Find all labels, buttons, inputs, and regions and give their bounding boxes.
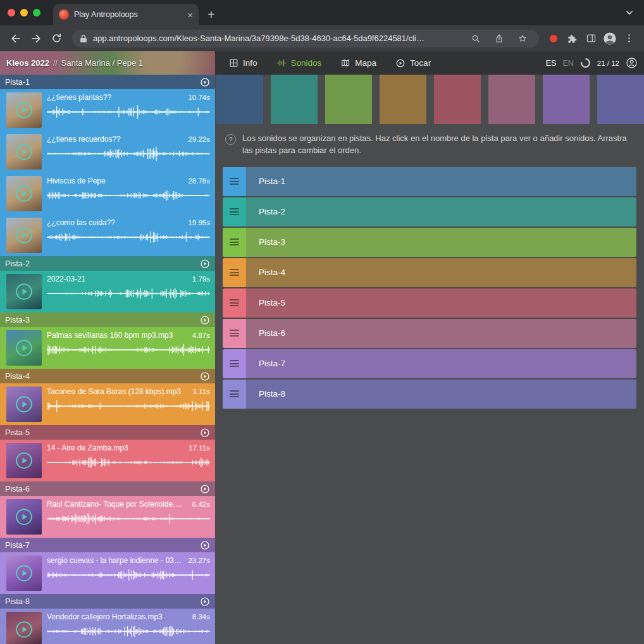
track-row[interactable]: Pista-3 [223, 228, 636, 257]
clip-waveform[interactable] [47, 511, 210, 527]
track-play-button[interactable] [200, 428, 210, 438]
clip-thumbnail[interactable] [6, 555, 42, 591]
track-row[interactable]: Pista-4 [223, 258, 636, 287]
language-es-button[interactable]: ES [546, 59, 557, 68]
track-play-button[interactable] [200, 315, 210, 325]
nav-tab-tocar[interactable]: Tocar [395, 58, 431, 68]
clip-play-icon[interactable] [15, 507, 34, 526]
forward-button[interactable] [27, 29, 46, 48]
audio-clip[interactable]: Taconeo de Sara Baras (128 kbps).mp3 1.1… [0, 383, 215, 425]
clip-play-icon[interactable] [15, 338, 34, 357]
recording-extension-icon[interactable] [550, 35, 557, 42]
audio-clip[interactable]: ¿¿tienes recuerdos?? 29.22s [0, 131, 215, 173]
row-drag-handle[interactable] [223, 288, 246, 318]
audio-clip[interactable]: sergio cuevas - la harpe indienne - 03 -… [0, 552, 215, 594]
clip-waveform[interactable] [47, 623, 210, 640]
track-header[interactable]: Pista-5 [0, 425, 215, 440]
clip-thumbnail[interactable] [6, 92, 42, 128]
clip-thumbnail[interactable] [6, 387, 42, 422]
track-play-button[interactable] [200, 77, 210, 87]
row-body[interactable]: Pista-2 [246, 197, 636, 226]
track-swatch[interactable] [271, 75, 318, 124]
track-row[interactable]: Pista-6 [223, 319, 636, 348]
track-swatch[interactable] [216, 75, 263, 124]
audio-clip[interactable]: Raul Cantizano- Toque por Solenoide.mp3 … [0, 496, 215, 538]
row-drag-handle[interactable] [223, 319, 246, 348]
row-body[interactable]: Pista-4 [246, 258, 636, 287]
clip-waveform[interactable] [47, 342, 210, 358]
clip-waveform[interactable] [47, 229, 210, 245]
track-play-button[interactable] [200, 597, 210, 607]
track-play-button[interactable] [200, 371, 210, 381]
fullscreen-window-button[interactable] [33, 9, 40, 16]
profile-avatar-icon[interactable] [601, 30, 619, 47]
row-drag-handle[interactable] [223, 228, 246, 257]
language-en-button[interactable]: EN [562, 59, 573, 68]
track-swatch[interactable] [325, 75, 372, 124]
track-swatch[interactable] [543, 75, 590, 124]
row-drag-handle[interactable] [223, 349, 246, 378]
nav-tab-sonidos[interactable]: Sonidos [276, 58, 322, 68]
clip-waveform[interactable] [47, 285, 210, 302]
track-row[interactable]: Pista-5 [223, 288, 636, 318]
row-body[interactable]: Pista-7 [246, 349, 636, 378]
row-body[interactable]: Pista-6 [246, 319, 636, 348]
row-body[interactable]: Pista-1 [246, 167, 636, 196]
track-play-button[interactable] [200, 259, 210, 269]
clip-thumbnail[interactable] [6, 176, 42, 211]
row-drag-handle[interactable] [223, 167, 246, 196]
clip-thumbnail[interactable] [6, 274, 42, 309]
clip-thumbnail[interactable] [6, 218, 42, 253]
breadcrumb[interactable]: Kleos 2022 // Santa Marina / Pepe 1 [0, 51, 215, 75]
clip-play-icon[interactable] [15, 620, 34, 639]
clip-waveform[interactable] [47, 104, 210, 120]
track-header[interactable]: Pista-2 [0, 256, 215, 271]
track-play-button[interactable] [200, 484, 210, 494]
new-tab-button[interactable]: + [207, 8, 215, 21]
track-header[interactable]: Pista-4 [0, 369, 215, 383]
nav-tab-mapa[interactable]: Mapa [340, 58, 376, 68]
clip-thumbnail[interactable] [6, 443, 42, 478]
clip-thumbnail[interactable] [6, 612, 42, 644]
account-person-icon[interactable] [626, 57, 638, 69]
reload-button[interactable] [47, 29, 66, 48]
track-header[interactable]: Pista-6 [0, 481, 215, 496]
breadcrumb-project[interactable]: Kleos 2022 [6, 58, 49, 68]
track-row[interactable]: Pista-8 [223, 380, 636, 409]
audio-clip[interactable]: ¿¿tienes plantas?? 10.74s [0, 89, 215, 131]
audio-clip[interactable]: 2022-03-21 1.79s [0, 271, 215, 313]
clip-play-icon[interactable] [15, 451, 34, 470]
clip-play-icon[interactable] [15, 395, 34, 414]
breadcrumb-path[interactable]: Santa Marina / Pepe 1 [61, 58, 143, 68]
audio-clip[interactable]: Palmas sevillanas 160 bpm mp3.mp3 4.87s [0, 327, 215, 369]
row-drag-handle[interactable] [223, 197, 246, 226]
minimize-window-button[interactable] [20, 9, 28, 16]
clip-waveform[interactable] [47, 146, 210, 162]
clip-play-icon[interactable] [15, 142, 34, 161]
browser-menu-kebab-icon[interactable] [620, 30, 638, 47]
back-button[interactable] [6, 29, 25, 48]
clip-thumbnail[interactable] [6, 134, 42, 170]
track-row[interactable]: Pista-1 [223, 167, 636, 196]
tab-search-chevron-icon[interactable] [624, 7, 635, 21]
side-panel-icon[interactable] [582, 30, 600, 47]
track-row[interactable]: Pista-7 [223, 349, 636, 378]
clip-play-icon[interactable] [15, 226, 34, 245]
row-drag-handle[interactable] [223, 258, 246, 287]
share-icon[interactable] [490, 30, 508, 47]
row-body[interactable]: Pista-5 [246, 288, 636, 318]
audio-clip[interactable]: 14 - Aire de Zamba.mp3 17.11s [0, 440, 215, 481]
browser-tab[interactable]: Play Antropoloops × [53, 4, 199, 25]
clip-play-icon[interactable] [15, 184, 34, 203]
row-body[interactable]: Pista-3 [246, 228, 636, 257]
track-header[interactable]: Pista-7 [0, 538, 215, 552]
track-header[interactable]: Pista-1 [0, 75, 215, 89]
clip-waveform[interactable] [47, 567, 210, 583]
row-drag-handle[interactable] [223, 380, 246, 409]
clip-play-icon[interactable] [15, 101, 34, 120]
tab-close-icon[interactable]: × [187, 10, 193, 20]
audio-clip[interactable]: Vendedor callejero Hortalizas.mp3 8.34s [0, 609, 215, 644]
nav-tab-info[interactable]: Info [229, 58, 257, 68]
zoom-icon[interactable] [467, 30, 485, 47]
clip-waveform[interactable] [47, 398, 210, 414]
